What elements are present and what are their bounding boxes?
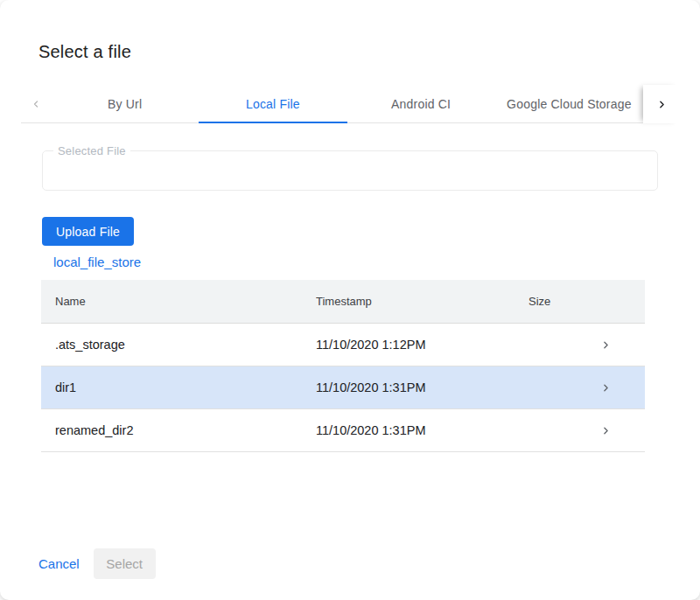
chevron-right-icon xyxy=(600,382,612,394)
chevron-right-icon xyxy=(600,425,612,436)
file-name: .ats_storage xyxy=(55,338,316,352)
column-header-timestamp: Timestamp xyxy=(316,295,528,308)
table-row[interactable]: renamed_dir2 11/10/2020 1:31PM xyxy=(41,409,645,452)
tab-bar: By Url Local File Android CI Google Clou… xyxy=(21,85,680,123)
tab-google-cloud-storage[interactable]: Google Cloud Storage xyxy=(495,85,643,123)
dialog-title: Select a file xyxy=(38,42,131,62)
open-directory-button[interactable] xyxy=(566,382,645,394)
tab-by-url[interactable]: By Url xyxy=(51,85,199,123)
local-file-store-link[interactable]: local_file_store xyxy=(53,255,141,269)
table-row[interactable]: dir1 11/10/2020 1:31PM xyxy=(41,366,645,409)
table-header-row: Name Timestamp Size xyxy=(41,280,645,324)
tabs-scroll-right-button[interactable] xyxy=(643,85,680,123)
tab-label: By Url xyxy=(108,97,142,111)
tab-android-ci[interactable]: Android CI xyxy=(347,85,495,123)
tab-label: Google Cloud Storage xyxy=(507,97,632,111)
selected-file-field-wrapper: Selected File xyxy=(42,150,658,191)
tabs-scroll-left-button[interactable] xyxy=(21,85,51,123)
column-header-name: Name xyxy=(55,295,316,308)
cancel-button[interactable]: Cancel xyxy=(38,548,80,579)
file-timestamp: 11/10/2020 1:31PM xyxy=(316,423,528,437)
select-button[interactable]: Select xyxy=(94,548,156,579)
tab-local-file[interactable]: Local File xyxy=(199,85,346,123)
file-name: renamed_dir2 xyxy=(55,423,316,437)
open-directory-button[interactable] xyxy=(566,425,645,436)
file-timestamp: 11/10/2020 1:31PM xyxy=(316,380,528,394)
file-timestamp: 11/10/2020 1:12PM xyxy=(316,338,528,352)
dialog-footer: Cancel Select xyxy=(38,548,156,579)
open-directory-button[interactable] xyxy=(566,339,645,351)
chevron-left-icon xyxy=(31,99,41,109)
column-header-size: Size xyxy=(528,295,566,308)
file-table: Name Timestamp Size .ats_storage 11/10/2… xyxy=(41,280,645,452)
tab-label: Android CI xyxy=(391,97,451,111)
tab-label: Local File xyxy=(246,97,300,111)
upload-file-button[interactable]: Upload File xyxy=(42,217,134,246)
selected-file-input[interactable] xyxy=(43,151,657,190)
table-row[interactable]: .ats_storage 11/10/2020 1:12PM xyxy=(41,324,645,366)
chevron-right-icon xyxy=(656,99,668,110)
file-name: dir1 xyxy=(55,380,316,394)
chevron-right-icon xyxy=(600,339,612,351)
select-file-dialog: Select a file By Url Local File Android … xyxy=(0,0,700,600)
selected-file-field-label: Selected File xyxy=(53,144,130,157)
